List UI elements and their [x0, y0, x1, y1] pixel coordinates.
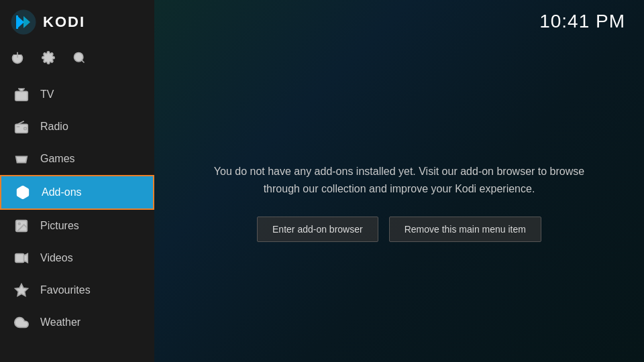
- svg-point-10: [24, 127, 27, 130]
- svg-line-7: [82, 60, 85, 63]
- sidebar-item-weather[interactable]: Weather: [0, 306, 154, 339]
- enter-addon-browser-button[interactable]: Enter add-on browser: [257, 217, 378, 242]
- search-button[interactable]: [72, 51, 86, 68]
- svg-rect-3: [16, 15, 18, 29]
- sidebar-item-games[interactable]: Games: [0, 143, 154, 175]
- sidebar-item-pictures[interactable]: Pictures: [0, 210, 154, 242]
- addons-icon: [15, 184, 31, 200]
- pictures-icon: [13, 218, 30, 234]
- svg-point-17: [18, 223, 20, 225]
- sidebar: KODI: [0, 0, 154, 362]
- sidebar-item-weather-label: Weather: [40, 316, 80, 328]
- power-button[interactable]: [11, 51, 24, 68]
- svg-rect-8: [15, 91, 28, 101]
- sidebar-item-favourites[interactable]: Favourites: [0, 274, 154, 306]
- favourites-icon: [13, 282, 30, 298]
- sidebar-item-tv-label: TV: [40, 88, 54, 101]
- sidebar-item-videos[interactable]: Videos: [0, 242, 154, 274]
- sidebar-item-addons[interactable]: Add-ons: [0, 175, 154, 210]
- games-icon: [13, 151, 30, 167]
- radio-icon: [13, 119, 30, 135]
- app-title: KODI: [43, 13, 85, 31]
- sidebar-item-addons-label: Add-ons: [42, 186, 82, 198]
- top-bar: 10:41 PM: [154, 0, 644, 43]
- sidebar-header: KODI: [0, 0, 154, 44]
- tv-icon: [13, 86, 30, 103]
- svg-marker-19: [24, 254, 28, 263]
- remove-menu-item-button[interactable]: Remove this main menu item: [389, 217, 541, 242]
- sidebar-item-radio[interactable]: Radio: [0, 111, 154, 143]
- svg-marker-20: [15, 284, 28, 296]
- clock-display: 10:41 PM: [539, 11, 625, 32]
- content-area: You do not have any add-ons installed ye…: [154, 43, 644, 362]
- weather-icon: [13, 314, 30, 330]
- kodi-logo-icon: [11, 9, 36, 35]
- svg-point-6: [74, 53, 83, 62]
- main-content: 10:41 PM You do not have any add-ons ins…: [154, 0, 644, 362]
- sidebar-item-favourites-label: Favourites: [40, 284, 91, 296]
- sidebar-item-games-label: Games: [40, 153, 75, 165]
- settings-button[interactable]: [42, 51, 55, 68]
- sidebar-toolbar: [0, 44, 154, 78]
- sidebar-item-videos-label: Videos: [40, 252, 73, 264]
- sidebar-item-pictures-label: Pictures: [40, 220, 79, 232]
- sidebar-item-tv[interactable]: TV: [0, 78, 154, 111]
- app-container: KODI: [0, 0, 644, 362]
- videos-icon: [13, 250, 30, 266]
- content-buttons: Enter add-on browser Remove this main me…: [257, 217, 541, 242]
- no-addons-message: You do not have any add-ons installed ye…: [195, 163, 604, 197]
- sidebar-item-radio-label: Radio: [40, 121, 68, 133]
- sidebar-nav: TV Radio: [0, 78, 154, 362]
- svg-rect-18: [15, 254, 24, 263]
